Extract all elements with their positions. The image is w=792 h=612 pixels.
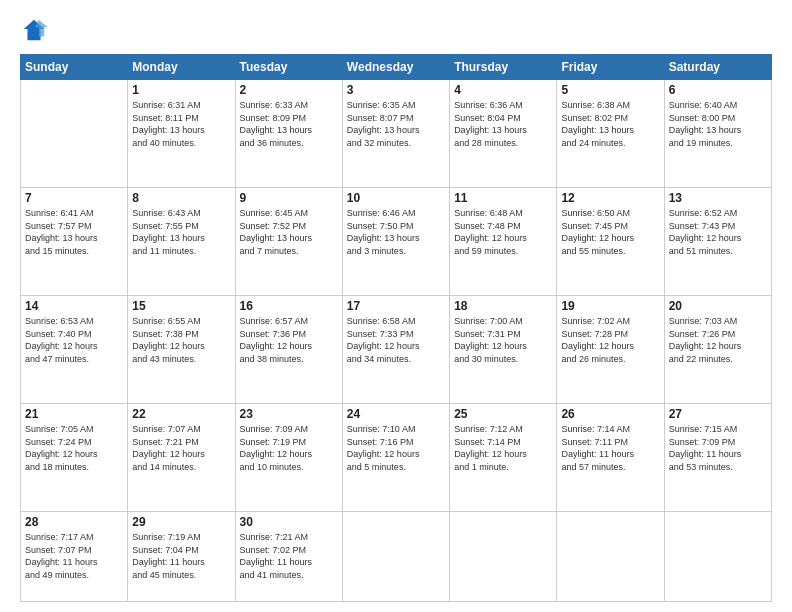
calendar-cell: 9Sunrise: 6:45 AM Sunset: 7:52 PM Daylig… bbox=[235, 187, 342, 295]
calendar-cell: 30Sunrise: 7:21 AM Sunset: 7:02 PM Dayli… bbox=[235, 511, 342, 601]
day-number: 26 bbox=[561, 407, 659, 421]
day-info: Sunrise: 7:14 AM Sunset: 7:11 PM Dayligh… bbox=[561, 423, 659, 473]
day-number: 22 bbox=[132, 407, 230, 421]
day-number: 20 bbox=[669, 299, 767, 313]
calendar-header-row: SundayMondayTuesdayWednesdayThursdayFrid… bbox=[21, 55, 772, 80]
calendar-cell: 28Sunrise: 7:17 AM Sunset: 7:07 PM Dayli… bbox=[21, 511, 128, 601]
calendar-cell: 10Sunrise: 6:46 AM Sunset: 7:50 PM Dayli… bbox=[342, 187, 449, 295]
calendar-cell: 15Sunrise: 6:55 AM Sunset: 7:38 PM Dayli… bbox=[128, 295, 235, 403]
calendar-cell: 12Sunrise: 6:50 AM Sunset: 7:45 PM Dayli… bbox=[557, 187, 664, 295]
calendar-cell bbox=[557, 511, 664, 601]
day-number: 17 bbox=[347, 299, 445, 313]
day-info: Sunrise: 6:43 AM Sunset: 7:55 PM Dayligh… bbox=[132, 207, 230, 257]
calendar-cell: 8Sunrise: 6:43 AM Sunset: 7:55 PM Daylig… bbox=[128, 187, 235, 295]
day-number: 27 bbox=[669, 407, 767, 421]
day-number: 12 bbox=[561, 191, 659, 205]
calendar-cell: 21Sunrise: 7:05 AM Sunset: 7:24 PM Dayli… bbox=[21, 403, 128, 511]
day-info: Sunrise: 7:00 AM Sunset: 7:31 PM Dayligh… bbox=[454, 315, 552, 365]
day-info: Sunrise: 6:50 AM Sunset: 7:45 PM Dayligh… bbox=[561, 207, 659, 257]
calendar-cell: 23Sunrise: 7:09 AM Sunset: 7:19 PM Dayli… bbox=[235, 403, 342, 511]
calendar-cell bbox=[342, 511, 449, 601]
day-header-monday: Monday bbox=[128, 55, 235, 80]
calendar-cell: 5Sunrise: 6:38 AM Sunset: 8:02 PM Daylig… bbox=[557, 80, 664, 188]
day-info: Sunrise: 7:19 AM Sunset: 7:04 PM Dayligh… bbox=[132, 531, 230, 581]
day-info: Sunrise: 6:46 AM Sunset: 7:50 PM Dayligh… bbox=[347, 207, 445, 257]
calendar-row-0: 1Sunrise: 6:31 AM Sunset: 8:11 PM Daylig… bbox=[21, 80, 772, 188]
day-info: Sunrise: 7:17 AM Sunset: 7:07 PM Dayligh… bbox=[25, 531, 123, 581]
calendar-row-2: 14Sunrise: 6:53 AM Sunset: 7:40 PM Dayli… bbox=[21, 295, 772, 403]
day-info: Sunrise: 6:36 AM Sunset: 8:04 PM Dayligh… bbox=[454, 99, 552, 149]
day-number: 2 bbox=[240, 83, 338, 97]
day-number: 25 bbox=[454, 407, 552, 421]
day-number: 21 bbox=[25, 407, 123, 421]
day-number: 8 bbox=[132, 191, 230, 205]
day-number: 6 bbox=[669, 83, 767, 97]
day-info: Sunrise: 6:31 AM Sunset: 8:11 PM Dayligh… bbox=[132, 99, 230, 149]
day-info: Sunrise: 7:07 AM Sunset: 7:21 PM Dayligh… bbox=[132, 423, 230, 473]
day-info: Sunrise: 6:38 AM Sunset: 8:02 PM Dayligh… bbox=[561, 99, 659, 149]
calendar-cell: 1Sunrise: 6:31 AM Sunset: 8:11 PM Daylig… bbox=[128, 80, 235, 188]
day-number: 4 bbox=[454, 83, 552, 97]
day-info: Sunrise: 7:15 AM Sunset: 7:09 PM Dayligh… bbox=[669, 423, 767, 473]
calendar-cell: 6Sunrise: 6:40 AM Sunset: 8:00 PM Daylig… bbox=[664, 80, 771, 188]
day-number: 15 bbox=[132, 299, 230, 313]
header bbox=[20, 16, 772, 44]
page: SundayMondayTuesdayWednesdayThursdayFrid… bbox=[0, 0, 792, 612]
calendar-cell: 22Sunrise: 7:07 AM Sunset: 7:21 PM Dayli… bbox=[128, 403, 235, 511]
calendar-cell: 2Sunrise: 6:33 AM Sunset: 8:09 PM Daylig… bbox=[235, 80, 342, 188]
calendar-cell: 27Sunrise: 7:15 AM Sunset: 7:09 PM Dayli… bbox=[664, 403, 771, 511]
calendar-cell: 14Sunrise: 6:53 AM Sunset: 7:40 PM Dayli… bbox=[21, 295, 128, 403]
day-number: 24 bbox=[347, 407, 445, 421]
calendar-cell: 26Sunrise: 7:14 AM Sunset: 7:11 PM Dayli… bbox=[557, 403, 664, 511]
day-number: 5 bbox=[561, 83, 659, 97]
calendar-cell: 29Sunrise: 7:19 AM Sunset: 7:04 PM Dayli… bbox=[128, 511, 235, 601]
day-info: Sunrise: 6:55 AM Sunset: 7:38 PM Dayligh… bbox=[132, 315, 230, 365]
calendar-cell: 24Sunrise: 7:10 AM Sunset: 7:16 PM Dayli… bbox=[342, 403, 449, 511]
calendar-cell: 4Sunrise: 6:36 AM Sunset: 8:04 PM Daylig… bbox=[450, 80, 557, 188]
day-info: Sunrise: 6:48 AM Sunset: 7:48 PM Dayligh… bbox=[454, 207, 552, 257]
day-info: Sunrise: 7:02 AM Sunset: 7:28 PM Dayligh… bbox=[561, 315, 659, 365]
calendar-row-1: 7Sunrise: 6:41 AM Sunset: 7:57 PM Daylig… bbox=[21, 187, 772, 295]
day-number: 3 bbox=[347, 83, 445, 97]
calendar-cell: 16Sunrise: 6:57 AM Sunset: 7:36 PM Dayli… bbox=[235, 295, 342, 403]
day-number: 28 bbox=[25, 515, 123, 529]
day-header-saturday: Saturday bbox=[664, 55, 771, 80]
day-info: Sunrise: 6:52 AM Sunset: 7:43 PM Dayligh… bbox=[669, 207, 767, 257]
day-info: Sunrise: 6:33 AM Sunset: 8:09 PM Dayligh… bbox=[240, 99, 338, 149]
day-number: 9 bbox=[240, 191, 338, 205]
day-info: Sunrise: 7:10 AM Sunset: 7:16 PM Dayligh… bbox=[347, 423, 445, 473]
day-info: Sunrise: 7:09 AM Sunset: 7:19 PM Dayligh… bbox=[240, 423, 338, 473]
day-number: 18 bbox=[454, 299, 552, 313]
calendar-cell: 18Sunrise: 7:00 AM Sunset: 7:31 PM Dayli… bbox=[450, 295, 557, 403]
day-number: 30 bbox=[240, 515, 338, 529]
day-number: 14 bbox=[25, 299, 123, 313]
calendar: SundayMondayTuesdayWednesdayThursdayFrid… bbox=[20, 54, 772, 602]
day-info: Sunrise: 6:45 AM Sunset: 7:52 PM Dayligh… bbox=[240, 207, 338, 257]
day-number: 29 bbox=[132, 515, 230, 529]
calendar-cell: 7Sunrise: 6:41 AM Sunset: 7:57 PM Daylig… bbox=[21, 187, 128, 295]
calendar-cell: 11Sunrise: 6:48 AM Sunset: 7:48 PM Dayli… bbox=[450, 187, 557, 295]
calendar-cell: 17Sunrise: 6:58 AM Sunset: 7:33 PM Dayli… bbox=[342, 295, 449, 403]
day-number: 10 bbox=[347, 191, 445, 205]
day-info: Sunrise: 7:05 AM Sunset: 7:24 PM Dayligh… bbox=[25, 423, 123, 473]
day-number: 1 bbox=[132, 83, 230, 97]
day-header-wednesday: Wednesday bbox=[342, 55, 449, 80]
logo-icon bbox=[20, 16, 48, 44]
day-info: Sunrise: 7:03 AM Sunset: 7:26 PM Dayligh… bbox=[669, 315, 767, 365]
day-info: Sunrise: 6:40 AM Sunset: 8:00 PM Dayligh… bbox=[669, 99, 767, 149]
calendar-cell bbox=[21, 80, 128, 188]
day-header-thursday: Thursday bbox=[450, 55, 557, 80]
day-number: 11 bbox=[454, 191, 552, 205]
day-header-tuesday: Tuesday bbox=[235, 55, 342, 80]
day-info: Sunrise: 6:58 AM Sunset: 7:33 PM Dayligh… bbox=[347, 315, 445, 365]
day-info: Sunrise: 6:41 AM Sunset: 7:57 PM Dayligh… bbox=[25, 207, 123, 257]
calendar-cell: 25Sunrise: 7:12 AM Sunset: 7:14 PM Dayli… bbox=[450, 403, 557, 511]
logo bbox=[20, 16, 52, 44]
calendar-cell: 13Sunrise: 6:52 AM Sunset: 7:43 PM Dayli… bbox=[664, 187, 771, 295]
day-info: Sunrise: 6:35 AM Sunset: 8:07 PM Dayligh… bbox=[347, 99, 445, 149]
day-info: Sunrise: 6:57 AM Sunset: 7:36 PM Dayligh… bbox=[240, 315, 338, 365]
calendar-cell: 3Sunrise: 6:35 AM Sunset: 8:07 PM Daylig… bbox=[342, 80, 449, 188]
day-number: 7 bbox=[25, 191, 123, 205]
day-number: 13 bbox=[669, 191, 767, 205]
day-info: Sunrise: 7:21 AM Sunset: 7:02 PM Dayligh… bbox=[240, 531, 338, 581]
